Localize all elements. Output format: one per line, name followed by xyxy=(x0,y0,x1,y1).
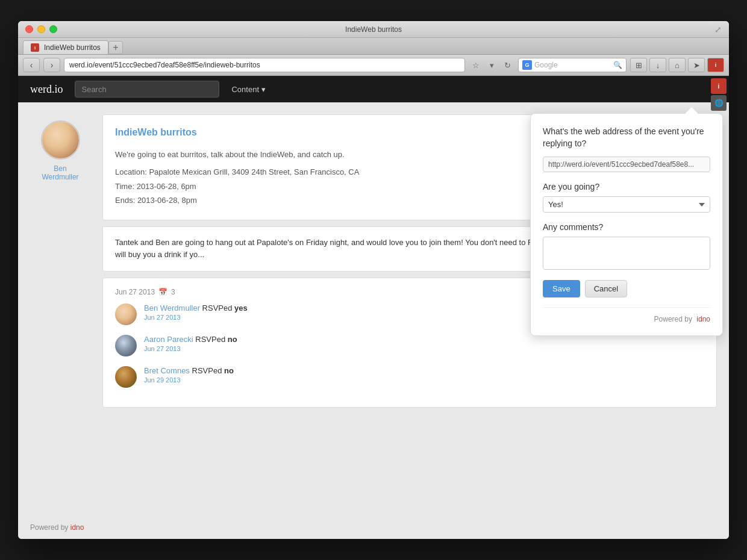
screenshots-icon[interactable]: ⊞ xyxy=(630,58,647,72)
expand-icon[interactable]: ⤢ xyxy=(714,25,722,34)
home-icon[interactable]: ⌂ xyxy=(669,58,686,72)
browser-window: IndieWeb burritos ⤢ i IndieWeb burritos … xyxy=(18,21,729,539)
time-label: Time: xyxy=(115,182,134,191)
popup-comments-input[interactable] xyxy=(543,237,710,270)
window-title: IndieWeb burritos xyxy=(345,25,402,34)
url-bar[interactable]: werd.io/event/51ccc9ecbed7deaf58e8ff5e/i… xyxy=(64,58,465,72)
refresh-icon[interactable]: ↻ xyxy=(500,58,514,72)
rsvp-date-3: Jun 29 2013 xyxy=(144,376,704,384)
cancel-button[interactable]: Cancel xyxy=(585,280,627,297)
google-search-label: Google xyxy=(534,61,611,69)
bookmark-icon[interactable]: ☆ xyxy=(469,58,483,72)
rsvp-status-2: no xyxy=(228,335,237,344)
site-search-placeholder: Search xyxy=(81,85,106,94)
sidebar: BenWerdmuller xyxy=(30,114,90,504)
save-button[interactable]: Save xyxy=(543,280,580,297)
tab-label: IndieWeb burritos xyxy=(44,43,101,52)
rsvp-action-2: RSVPed xyxy=(195,335,227,344)
forward-button[interactable]: › xyxy=(43,58,60,72)
footer-powered-by: Powered by xyxy=(30,523,68,532)
tab-bar: i IndieWeb burritos + xyxy=(18,38,729,55)
user-avatar xyxy=(42,122,79,158)
bookmark-down-icon[interactable]: ▾ xyxy=(484,58,499,72)
rsvp-name-2[interactable]: Aaron Parecki xyxy=(144,335,193,344)
popup-idno-link[interactable]: idno xyxy=(696,315,710,323)
url-action-icons: ☆ ▾ ↻ xyxy=(469,58,514,72)
rsvp-text-3: Bret Comnes RSVPed no xyxy=(144,366,704,375)
site-search-input[interactable]: Search xyxy=(75,81,219,98)
popup-url-input[interactable] xyxy=(543,157,710,172)
rsvp-avatar-2 xyxy=(115,335,137,356)
google-logo: G xyxy=(522,60,532,70)
content-menu[interactable]: Content ▾ xyxy=(231,85,266,94)
popup-comments-label: Any comments? xyxy=(543,222,710,232)
rsvp-name-1[interactable]: Ben Werdmuller xyxy=(144,303,200,313)
share-icon[interactable]: ➤ xyxy=(688,58,705,72)
content-dropdown-icon: ▾ xyxy=(261,85,266,94)
popup-going-label: Are you going? xyxy=(543,182,710,191)
username[interactable]: BenWerdmuller xyxy=(42,164,78,181)
rsvp-item-3: Bret Comnes RSVPed no Jun 29 2013 xyxy=(115,366,704,388)
rsvp-popup: What's the web address of the event you'… xyxy=(530,113,723,336)
traffic-lights xyxy=(25,25,57,33)
site-wrapper: werd.io Search Content ▾ BenWerdmuller xyxy=(18,76,729,539)
popup-action-buttons: Save Cancel xyxy=(543,280,710,297)
rsvp-count: 3 xyxy=(171,288,175,296)
footer-idno-link[interactable]: idno xyxy=(70,523,84,532)
location-label: Location: xyxy=(115,167,147,176)
rsvp-action-1: RSVPed xyxy=(202,303,234,313)
site-navbar: werd.io Search Content ▾ xyxy=(18,76,729,102)
idno-browser-icon[interactable]: i xyxy=(707,58,724,72)
new-tab-button[interactable]: + xyxy=(108,41,123,54)
popup-powered-by: Powered by xyxy=(654,315,692,323)
rsvp-text-2: Aaron Parecki RSVPed no xyxy=(144,335,704,344)
popup-question: What's the web address of the event you'… xyxy=(543,126,710,149)
rsvp-info-2: Aaron Parecki RSVPed no Jun 27 2013 xyxy=(144,335,704,352)
download-icon[interactable]: ↓ xyxy=(649,58,666,72)
browser-actions: ⊞ ↓ ⌂ ➤ i xyxy=(630,58,724,72)
close-button[interactable] xyxy=(25,25,33,33)
tab-favicon: i xyxy=(31,43,39,52)
ends-value: 2013-06-28, 8pm xyxy=(137,196,197,205)
ends-label: Ends: xyxy=(115,196,135,205)
maximize-button[interactable] xyxy=(49,25,57,33)
search-magnifier: 🔍 xyxy=(613,61,622,69)
rsvp-status-3: no xyxy=(224,366,234,375)
url-text: werd.io/event/51ccc9ecbed7deaf58e8ff5e/i… xyxy=(69,61,260,69)
google-search-bar[interactable]: G Google 🔍 xyxy=(518,58,627,72)
browser-toolbar: ‹ › werd.io/event/51ccc9ecbed7deaf58e8ff… xyxy=(18,55,729,76)
site-logo: werd.io xyxy=(30,83,63,96)
popup-footer: Powered by idno xyxy=(543,307,710,323)
rsvp-date-text: Jun 27 2013 xyxy=(115,288,155,296)
rsvp-date-2: Jun 27 2013 xyxy=(144,345,704,352)
site-footer: Powered by idno xyxy=(18,516,729,539)
time-value: 2013-06-28, 6pm xyxy=(137,182,196,191)
rsvp-status-1: yes xyxy=(234,303,248,313)
popup-going-select[interactable]: Yes! No Maybe xyxy=(543,196,710,213)
titlebar: IndieWeb burritos ⤢ xyxy=(18,21,729,38)
rsvp-item-2: Aaron Parecki RSVPed no Jun 27 2013 xyxy=(115,335,704,356)
rsvp-avatar-1 xyxy=(115,303,137,325)
minimize-button[interactable] xyxy=(37,25,45,33)
location-value: Papalote Mexican Grill, 3409 24th Street… xyxy=(149,167,359,176)
calendar-icon: 📅 xyxy=(158,288,167,296)
user-avatar-container xyxy=(41,120,80,160)
rsvp-avatar-3 xyxy=(115,366,137,388)
rsvp-info-3: Bret Comnes RSVPed no Jun 29 2013 xyxy=(144,366,704,384)
back-button[interactable]: ‹ xyxy=(23,58,40,72)
content-label: Content xyxy=(231,85,259,94)
active-tab[interactable]: i IndieWeb burritos xyxy=(23,40,108,54)
rsvp-action-3: RSVPed xyxy=(192,366,224,375)
rsvp-name-3[interactable]: Bret Comnes xyxy=(144,366,190,375)
